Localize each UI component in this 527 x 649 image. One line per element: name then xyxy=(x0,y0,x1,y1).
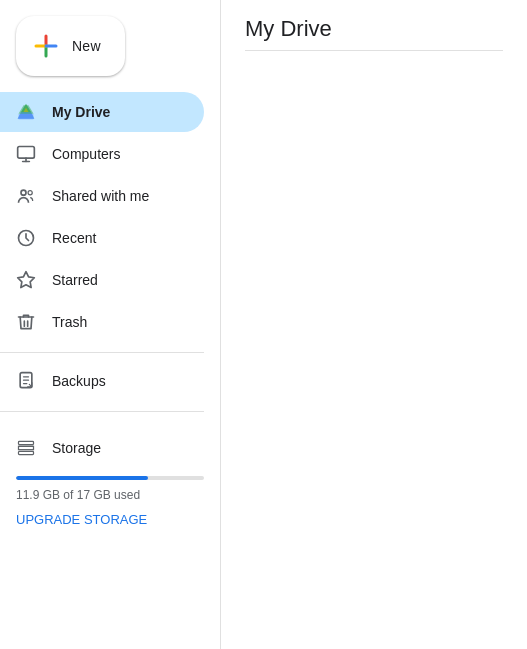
google-multicolor-plus-icon xyxy=(32,32,60,60)
shared-icon xyxy=(16,186,36,206)
svg-rect-6 xyxy=(18,147,35,159)
nav-item-shared[interactable]: Shared with me xyxy=(0,176,204,216)
nav-item-computers-label: Computers xyxy=(52,146,120,162)
sidebar: New My Drive xyxy=(0,0,220,649)
divider-2 xyxy=(0,411,204,412)
storage-title: Storage xyxy=(52,440,101,456)
storage-icon xyxy=(16,438,36,458)
nav-item-backups-label: Backups xyxy=(52,373,106,389)
svg-point-9 xyxy=(21,190,26,195)
my-drive-icon xyxy=(16,102,36,122)
upgrade-storage-link[interactable]: UPGRADE STORAGE xyxy=(16,512,147,527)
nav-item-computers[interactable]: Computers xyxy=(0,134,204,174)
nav-item-starred[interactable]: Starred xyxy=(0,260,204,300)
computers-icon xyxy=(16,144,36,164)
main-content: My Drive xyxy=(220,0,527,649)
nav-item-my-drive[interactable]: My Drive xyxy=(0,92,204,132)
new-button[interactable]: New xyxy=(16,16,125,76)
storage-label-row: Storage xyxy=(16,428,204,468)
svg-marker-12 xyxy=(18,272,35,288)
backups-icon xyxy=(16,371,36,391)
nav-item-trash-label: Trash xyxy=(52,314,87,330)
storage-info-text: 11.9 GB of 17 GB used xyxy=(16,488,204,502)
divider-1 xyxy=(0,352,204,353)
storage-bar-container xyxy=(16,476,204,480)
svg-rect-17 xyxy=(19,441,34,444)
nav-item-shared-label: Shared with me xyxy=(52,188,149,204)
svg-rect-20 xyxy=(19,451,34,454)
svg-point-10 xyxy=(28,191,32,195)
svg-rect-19 xyxy=(19,446,34,449)
page-title: My Drive xyxy=(245,16,503,51)
storage-section: Storage 11.9 GB of 17 GB used UPGRADE ST… xyxy=(0,420,220,528)
storage-bar-fill xyxy=(16,476,148,480)
nav-item-my-drive-label: My Drive xyxy=(52,104,110,120)
svg-marker-5 xyxy=(19,105,34,113)
nav-item-trash[interactable]: Trash xyxy=(0,302,204,342)
nav-item-recent[interactable]: Recent xyxy=(0,218,204,258)
svg-rect-4 xyxy=(19,114,34,120)
starred-icon xyxy=(16,270,36,290)
trash-icon xyxy=(16,312,36,332)
recent-icon xyxy=(16,228,36,248)
nav-item-starred-label: Starred xyxy=(52,272,98,288)
new-button-label: New xyxy=(72,38,101,54)
nav-item-backups[interactable]: Backups xyxy=(0,361,204,401)
nav-item-recent-label: Recent xyxy=(52,230,96,246)
